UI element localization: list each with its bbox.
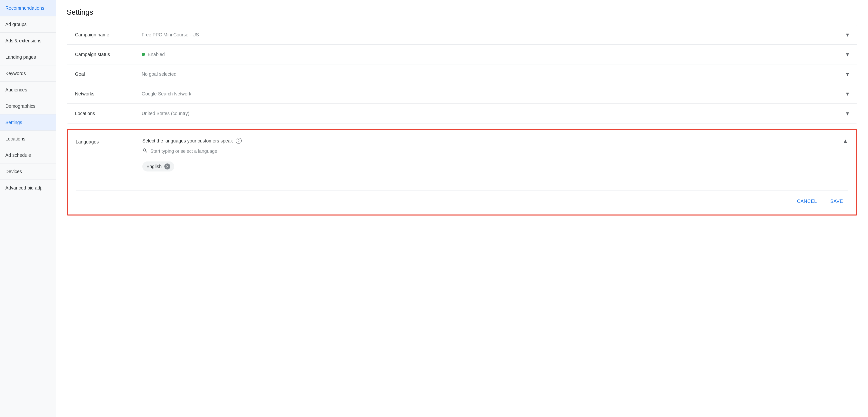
settings-row-goal[interactable]: GoalNo goal selected▾ bbox=[67, 64, 857, 84]
networks-value: Google Search Network▾ bbox=[142, 90, 849, 97]
goal-label: Goal bbox=[75, 71, 142, 77]
networks-chevron-icon: ▾ bbox=[846, 90, 849, 97]
save-button[interactable]: SAVE bbox=[825, 196, 848, 207]
languages-description: Select the languages your customers spea… bbox=[142, 138, 842, 144]
page-title: Settings bbox=[67, 8, 857, 17]
locations-text: United States (country) bbox=[142, 111, 189, 116]
campaign-name-text: Free PPC Mini Course - US bbox=[142, 32, 199, 37]
sidebar-item-landing-pages[interactable]: Landing pages bbox=[0, 49, 56, 65]
languages-chevron-up-icon[interactable]: ▲ bbox=[842, 138, 848, 145]
status-dot bbox=[142, 53, 145, 56]
sidebar-item-ad-groups[interactable]: Ad groups bbox=[0, 16, 56, 33]
help-icon[interactable]: ? bbox=[236, 138, 242, 144]
chip-english-remove-button[interactable]: ✕ bbox=[164, 163, 170, 170]
campaign-status-chevron-icon: ▾ bbox=[846, 51, 849, 58]
networks-label: Networks bbox=[75, 91, 142, 96]
settings-row-networks[interactable]: NetworksGoogle Search Network▾ bbox=[67, 84, 857, 104]
sidebar-item-demographics[interactable]: Demographics bbox=[0, 98, 56, 114]
sidebar-item-ad-schedule[interactable]: Ad schedule bbox=[0, 147, 56, 163]
languages-card: Languages Select the languages your cust… bbox=[67, 129, 857, 215]
campaign-status-value: Enabled▾ bbox=[142, 51, 849, 58]
campaign-status-label: Campaign status bbox=[75, 52, 142, 57]
goal-text: No goal selected bbox=[142, 71, 176, 77]
language-search-input[interactable] bbox=[150, 148, 296, 154]
locations-chevron-icon: ▾ bbox=[846, 110, 849, 117]
languages-actions: CANCEL SAVE bbox=[76, 190, 848, 207]
language-search-container bbox=[142, 148, 296, 156]
settings-row-campaign-status[interactable]: Campaign statusEnabled▾ bbox=[67, 45, 857, 64]
language-chips: English✕ bbox=[142, 161, 842, 172]
language-chip-english: English✕ bbox=[142, 161, 174, 172]
campaign-status-text: Enabled bbox=[148, 52, 165, 57]
sidebar-item-audiences[interactable]: Audiences bbox=[0, 82, 56, 98]
goal-value: No goal selected▾ bbox=[142, 70, 849, 78]
sidebar-item-advanced-bid[interactable]: Advanced bid adj. bbox=[0, 180, 56, 196]
sidebar-item-settings[interactable]: Settings bbox=[0, 114, 56, 131]
campaign-name-label: Campaign name bbox=[75, 32, 142, 37]
cancel-button[interactable]: CANCEL bbox=[792, 196, 822, 207]
sidebar-item-devices[interactable]: Devices bbox=[0, 163, 56, 180]
languages-content: Select the languages your customers spea… bbox=[142, 138, 842, 185]
chip-english-label: English bbox=[146, 164, 162, 169]
sidebar-item-keywords[interactable]: Keywords bbox=[0, 65, 56, 82]
settings-row-campaign-name[interactable]: Campaign nameFree PPC Mini Course - US▾ bbox=[67, 25, 857, 45]
goal-chevron-icon: ▾ bbox=[846, 70, 849, 78]
campaign-name-value: Free PPC Mini Course - US▾ bbox=[142, 31, 849, 38]
settings-row-locations[interactable]: LocationsUnited States (country)▾ bbox=[67, 104, 857, 123]
languages-label: Languages bbox=[76, 138, 142, 144]
networks-text: Google Search Network bbox=[142, 91, 191, 96]
languages-header: Languages Select the languages your cust… bbox=[76, 138, 848, 185]
sidebar-item-locations[interactable]: Locations bbox=[0, 131, 56, 147]
campaign-name-chevron-icon: ▾ bbox=[846, 31, 849, 38]
sidebar: RecommendationsAd groupsAds & extensions… bbox=[0, 0, 56, 417]
languages-description-text: Select the languages your customers spea… bbox=[142, 138, 233, 144]
settings-card: Campaign nameFree PPC Mini Course - US▾C… bbox=[67, 25, 857, 123]
main-content: Settings Campaign nameFree PPC Mini Cour… bbox=[56, 0, 868, 417]
search-icon bbox=[142, 148, 148, 154]
sidebar-item-recommendations[interactable]: Recommendations bbox=[0, 0, 56, 16]
locations-value: United States (country)▾ bbox=[142, 110, 849, 117]
locations-label: Locations bbox=[75, 111, 142, 116]
sidebar-item-ads-extensions[interactable]: Ads & extensions bbox=[0, 33, 56, 49]
